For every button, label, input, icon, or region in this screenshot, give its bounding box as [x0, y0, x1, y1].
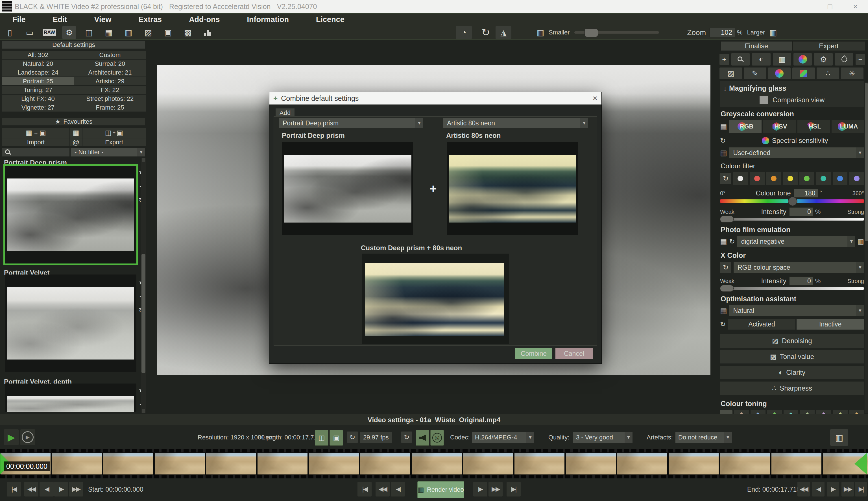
filter-reset-icon[interactable]: ↻: [720, 173, 731, 184]
maximize-button[interactable]: □: [817, 0, 843, 13]
preset-grid-icon[interactable]: ▦: [720, 122, 727, 131]
category-landscape[interactable]: Landscape: 24: [2, 68, 74, 76]
preview-play-button[interactable]: ▶: [4, 429, 19, 445]
intensity-slider-thumb[interactable]: [720, 216, 733, 223]
colour-tone-slider-thumb[interactable]: [788, 196, 797, 206]
preset-3-thumbnail[interactable]: [5, 384, 136, 412]
import-button[interactable]: Import: [2, 138, 69, 146]
zoom-slider[interactable]: [574, 31, 659, 34]
category-all[interactable]: All: 302: [2, 51, 74, 59]
category-lightfx[interactable]: Light FX: 40: [2, 95, 74, 103]
film-emulation-dropdown[interactable]: digital negative ▼: [737, 236, 856, 247]
user-defined-dropdown[interactable]: User-defined ▼: [729, 147, 864, 158]
filmstrip-frame[interactable]: [52, 453, 102, 475]
menu-licence[interactable]: Licence: [316, 15, 344, 24]
zoom-out-film-icon[interactable]: ▥: [533, 26, 547, 39]
category-vignette[interactable]: Vignette: 27: [2, 103, 74, 111]
raw-icon[interactable]: RAW: [42, 26, 56, 39]
filmstrip-frame[interactable]: [155, 453, 205, 475]
filmstrip-frame[interactable]: [309, 453, 359, 475]
filmstrip-frame[interactable]: [360, 453, 410, 475]
rgb-cube-icon[interactable]: [792, 67, 815, 79]
colour-tone-value[interactable]: 180: [794, 189, 818, 198]
filter-dropdown[interactable]: - No filter - ▼: [71, 148, 145, 157]
codec-dropdown[interactable]: H.264/MPEG-4 ▼: [472, 432, 534, 443]
preset-1-thumbnail[interactable]: [3, 164, 138, 265]
pen-tool-icon[interactable]: ✎: [744, 67, 767, 79]
right-preset-dropdown[interactable]: Artistic 80s neon ▼: [443, 118, 588, 128]
intensity-value[interactable]: 0: [789, 207, 814, 216]
film-grid-icon[interactable]: ▦: [720, 237, 727, 246]
grain-tool-icon[interactable]: ▨: [719, 67, 742, 79]
zoom-slider-thumb[interactable]: [585, 29, 598, 37]
filter-yellow-button[interactable]: [783, 172, 798, 185]
menu-view[interactable]: View: [94, 15, 111, 24]
filmstrip-frame[interactable]: [617, 453, 667, 475]
category-architecture[interactable]: Architecture: 21: [74, 68, 146, 76]
filter-blue-button[interactable]: [833, 172, 848, 185]
filmstrip-frame[interactable]: [720, 453, 770, 475]
combine-button[interactable]: Combine: [515, 348, 552, 359]
end-forward-button[interactable]: ▶▶: [842, 482, 854, 497]
film-reset-icon[interactable]: ↻: [729, 237, 735, 245]
clarity-row[interactable]: ◐ Clarity: [720, 366, 864, 379]
end-rewind-button[interactable]: ◀◀: [797, 482, 810, 497]
inactive-button[interactable]: Inactive: [796, 319, 864, 330]
flip-icon[interactable]: ◮: [495, 26, 511, 39]
import-presets-icon[interactable]: ▦→▣: [2, 128, 69, 138]
quality-dropdown[interactable]: 3 - Very good ▼: [573, 432, 632, 443]
remove-filter-icon[interactable]: −: [856, 54, 865, 65]
tab-expert[interactable]: Expert: [792, 41, 865, 51]
filter-red-button[interactable]: [750, 172, 765, 185]
close-button[interactable]: ×: [843, 0, 868, 13]
filmstrip-frame[interactable]: [771, 453, 822, 475]
category-toning[interactable]: Toning: 27: [2, 86, 74, 94]
auto-gear-icon[interactable]: ⚙: [814, 53, 833, 65]
speed-gauge-icon[interactable]: ◔: [456, 26, 472, 39]
filter-white-button[interactable]: [733, 172, 748, 185]
histogram-icon[interactable]: [201, 26, 215, 39]
droplet-tool-icon[interactable]: [835, 53, 853, 65]
settings-gear-icon[interactable]: ⚙: [62, 26, 76, 39]
preset-list-scrollbar[interactable]: [141, 158, 146, 413]
audio-button[interactable]: [416, 430, 429, 446]
end-back-button[interactable]: ◀: [812, 482, 825, 497]
colour-tone-slider[interactable]: [720, 199, 864, 203]
mode-rgb-button[interactable]: RGB: [729, 120, 762, 133]
fast-forward-button[interactable]: ▶▶: [69, 482, 83, 497]
play-disabled-button[interactable]: ▶: [20, 429, 35, 445]
end-play-button[interactable]: ▶: [827, 482, 839, 497]
zoom-value-field[interactable]: 102: [709, 28, 735, 37]
optim-dropdown[interactable]: Natural ▼: [729, 305, 864, 316]
category-portrait[interactable]: Portrait: 25: [2, 77, 74, 85]
range-forward-button[interactable]: ▶▶: [489, 482, 503, 497]
audio-reset-icon[interactable]: ↻: [401, 431, 412, 443]
tonal-value-row[interactable]: ▩ Tonal value: [720, 350, 864, 363]
favourites-button[interactable]: ★ Favourites: [2, 118, 145, 125]
category-street[interactable]: Street photos: 22: [74, 95, 146, 103]
filter-green-button[interactable]: [800, 172, 814, 185]
preset-search-input[interactable]: [2, 148, 69, 157]
mode-hsv-button[interactable]: HSV: [763, 120, 796, 133]
left-preset-dropdown[interactable]: Portrait Deep prism ▼: [279, 118, 423, 128]
menu-addons[interactable]: Add-ons: [189, 15, 220, 24]
xcolor-intensity-value[interactable]: 0: [789, 277, 814, 286]
fast-rewind-button[interactable]: ◀◀: [24, 482, 39, 497]
aspect-toggle-button[interactable]: ▣: [330, 430, 343, 446]
mode-luma-button[interactable]: LUMA: [832, 120, 864, 133]
category-frame[interactable]: Frame: 25: [74, 103, 146, 111]
frame-icon[interactable]: ▣: [161, 26, 175, 39]
contrast-tool-icon[interactable]: ◐: [752, 53, 770, 65]
filmstrip-frame[interactable]: [412, 453, 462, 475]
shutter-icon[interactable]: ✳: [841, 67, 864, 79]
film-canister-icon[interactable]: ▥: [773, 53, 791, 65]
filmstrip-frame[interactable]: [514, 453, 565, 475]
export-doc-icon[interactable]: ▨: [141, 26, 155, 39]
xcolor-dropdown[interactable]: RGB colour space ▼: [733, 262, 864, 273]
right-panel-scrollbar[interactable]: [865, 82, 868, 413]
collapse-arrow-icon[interactable]: ↓: [724, 84, 727, 92]
preset-2-thumbnail[interactable]: [5, 275, 136, 372]
filmstrip-track[interactable]: [0, 449, 868, 478]
film-strip-icon[interactable]: ▥: [858, 237, 864, 245]
menu-extras[interactable]: Extras: [139, 15, 162, 24]
